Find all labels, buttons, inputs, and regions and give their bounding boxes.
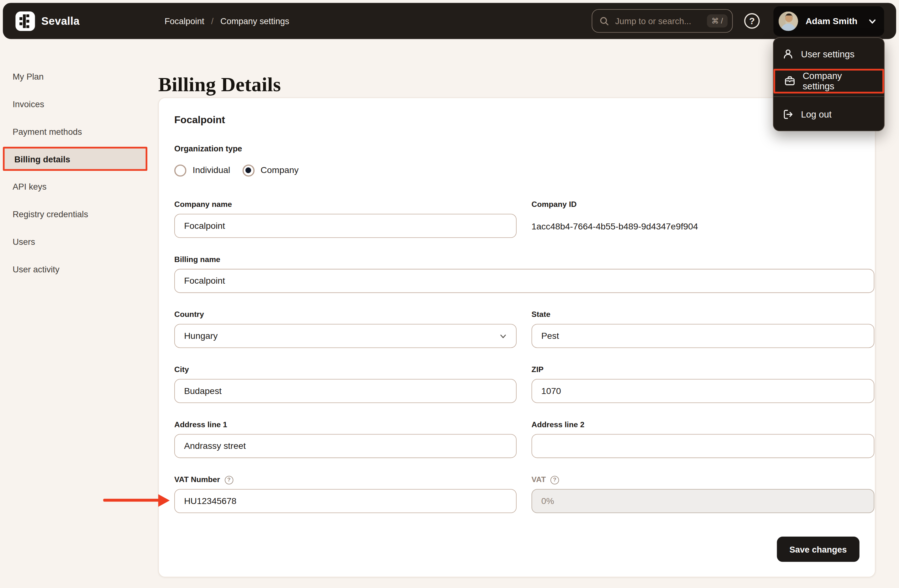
breadcrumb-separator: / <box>211 16 214 26</box>
field-vat: VAT ? <box>531 475 874 513</box>
sidebar-item-billing-details[interactable]: Billing details <box>3 147 147 171</box>
radio-label: Company <box>261 165 298 176</box>
search-box[interactable]: ⌘ / <box>592 9 733 32</box>
sidebar-item-label: My Plan <box>12 71 43 81</box>
city-input[interactable] <box>174 379 517 403</box>
country-selected-value: Hungary <box>184 331 218 341</box>
sidebar-item-user-activity[interactable]: User activity <box>3 257 147 281</box>
settings-sidebar: My Plan Invoices Payment methods Billing… <box>3 64 147 284</box>
field-zip: ZIP <box>531 365 874 403</box>
sevalla-logo-icon <box>15 11 35 31</box>
save-changes-button[interactable]: Save changes <box>777 537 859 562</box>
organization-type-label: Organization type <box>174 144 859 154</box>
field-billing-name: Billing name <box>174 255 874 293</box>
address-line-2-label: Address line 2 <box>531 420 874 429</box>
sidebar-item-invoices[interactable]: Invoices <box>3 92 147 116</box>
radio-company-selected <box>242 164 254 176</box>
vat-help-icon[interactable]: ? <box>550 475 559 484</box>
sidebar-item-label: Payment methods <box>12 126 82 136</box>
billing-name-input[interactable] <box>174 269 874 293</box>
search-icon <box>599 16 609 25</box>
pixel-s-glyph <box>19 14 31 28</box>
radio-label: Individual <box>193 165 230 176</box>
field-country: Country Hungary <box>174 310 517 348</box>
user-dropdown-menu: User settings Company settings Log out <box>773 37 885 131</box>
menu-item-company-settings[interactable]: Company settings <box>773 69 884 93</box>
user-name: Adam Smith <box>806 16 857 26</box>
menu-item-user-settings[interactable]: User settings <box>773 42 884 67</box>
radio-option-company[interactable]: Company <box>242 164 299 176</box>
chevron-down-icon <box>868 17 876 25</box>
sidebar-item-api-keys[interactable]: API keys <box>3 174 147 198</box>
billing-details-card: Focalpoint Organization type Individual … <box>158 97 876 577</box>
card-title: Focalpoint <box>174 113 859 126</box>
search-shortcut-badge: ⌘ / <box>707 14 728 28</box>
zip-input[interactable] <box>531 379 874 403</box>
vat-number-label: VAT Number ? <box>174 475 517 484</box>
billing-name-label: Billing name <box>174 255 874 264</box>
radio-individual <box>174 164 186 176</box>
company-id-label: Company ID <box>531 200 874 209</box>
vat-number-label-text: VAT Number <box>174 475 220 484</box>
company-id-value: 1acc48b4-7664-4b55-b489-9d4347e9f904 <box>531 221 874 231</box>
vat-number-input[interactable] <box>174 489 517 513</box>
country-label: Country <box>174 310 517 319</box>
vat-label-text: VAT <box>531 475 546 484</box>
menu-item-log-out[interactable]: Log out <box>773 102 884 127</box>
field-city: City <box>174 365 517 403</box>
sidebar-item-label: API keys <box>12 182 46 191</box>
search-input[interactable] <box>614 15 707 26</box>
annotation-arrow-head <box>158 494 170 507</box>
help-icon: ? <box>749 15 755 26</box>
billing-form: Company name Company ID 1acc48b4-7664-4b… <box>174 200 859 513</box>
address-line-2-input[interactable] <box>531 434 874 458</box>
radio-option-individual[interactable]: Individual <box>174 164 230 176</box>
select-chevron-icon <box>499 332 507 340</box>
company-name-input[interactable] <box>174 214 517 238</box>
logout-icon <box>783 109 794 120</box>
field-vat-number: VAT Number ? <box>174 475 517 513</box>
field-company-id: Company ID 1acc48b4-7664-4b55-b489-9d434… <box>531 200 874 238</box>
menu-item-label: User settings <box>801 49 854 59</box>
sidebar-item-payment-methods[interactable]: Payment methods <box>3 119 147 143</box>
breadcrumb-page[interactable]: Company settings <box>220 16 289 26</box>
field-company-name: Company name <box>174 200 517 238</box>
user-icon <box>783 49 794 60</box>
vat-label: VAT ? <box>531 475 874 484</box>
vat-input-disabled <box>531 489 874 513</box>
company-name-label: Company name <box>174 200 517 209</box>
sidebar-item-label: Registry credentials <box>12 209 88 219</box>
avatar <box>779 12 798 31</box>
page-title: Billing Details <box>158 74 281 97</box>
sidebar-item-label: User activity <box>12 264 59 274</box>
menu-item-label: Company settings <box>803 71 873 91</box>
user-menu-button[interactable]: Adam Smith <box>773 6 884 36</box>
annotation-arrow <box>103 498 159 502</box>
help-button[interactable]: ? <box>744 13 760 29</box>
field-address-line-1: Address line 1 <box>174 420 517 458</box>
breadcrumb: Focalpoint / Company settings <box>165 3 289 39</box>
top-bar: Sevalla Focalpoint / Company settings ⌘ … <box>3 3 896 39</box>
brand-home-button[interactable]: Sevalla <box>15 3 80 39</box>
app-root: Sevalla Focalpoint / Company settings ⌘ … <box>0 0 899 588</box>
field-address-line-2: Address line 2 <box>531 420 874 458</box>
field-state: State <box>531 310 874 348</box>
sidebar-item-my-plan[interactable]: My Plan <box>3 64 147 88</box>
address-line-1-label: Address line 1 <box>174 420 517 429</box>
menu-item-label: Log out <box>801 109 832 119</box>
country-select[interactable]: Hungary <box>174 324 517 348</box>
sidebar-item-label: Billing details <box>14 154 70 164</box>
zip-label: ZIP <box>531 365 874 374</box>
address-line-1-input[interactable] <box>174 434 517 458</box>
sidebar-item-registry-credentials[interactable]: Registry credentials <box>3 202 147 226</box>
state-label: State <box>531 310 874 319</box>
vat-number-help-icon[interactable]: ? <box>225 475 233 484</box>
sidebar-item-label: Users <box>12 237 35 246</box>
menu-divider <box>773 96 884 97</box>
sidebar-item-users[interactable]: Users <box>3 230 147 253</box>
brand-name: Sevalla <box>42 15 80 27</box>
sidebar-item-label: Invoices <box>12 99 44 109</box>
state-input[interactable] <box>531 324 874 348</box>
breadcrumb-project[interactable]: Focalpoint <box>165 16 204 26</box>
city-label: City <box>174 365 517 374</box>
